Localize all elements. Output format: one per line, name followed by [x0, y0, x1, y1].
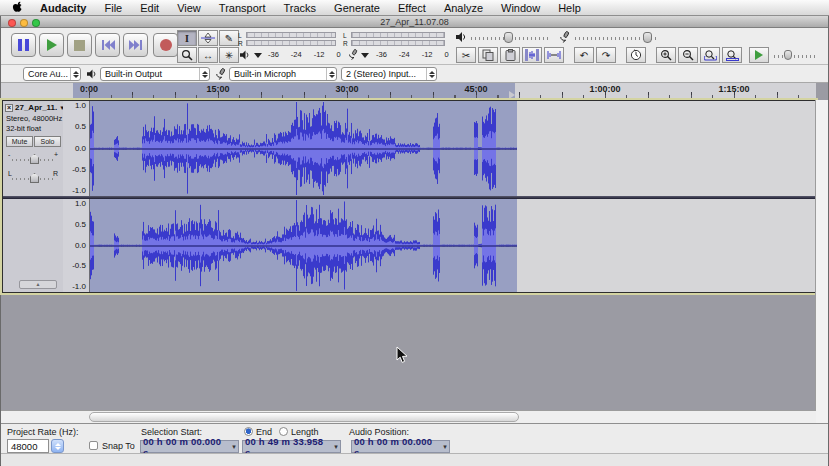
menu-generate[interactable]: Generate [325, 0, 389, 16]
pan-slider-thumb[interactable] [30, 173, 39, 183]
meter-right-label: R [238, 40, 243, 47]
play-at-speed-button[interactable] [749, 47, 769, 63]
ruler-minor-ticks [89, 95, 816, 99]
redo-button[interactable]: ↷ [596, 47, 616, 63]
selection-start-field[interactable]: 00 h 00 m 00.000 s ▾ [140, 440, 239, 453]
playback-speed-slider[interactable] [774, 55, 818, 58]
output-volume-slider-thumb[interactable] [504, 32, 513, 43]
ibeam-icon: I [185, 33, 189, 44]
timeshift-tool-button[interactable]: ↔ [198, 47, 218, 63]
horizontal-scrollbar-thumb[interactable] [89, 412, 519, 422]
menu-help[interactable]: Help [549, 0, 590, 16]
pan-left-label: L [8, 170, 12, 177]
waveform-canvas-left[interactable] [90, 101, 517, 196]
title-bar[interactable]: 27_Apr_11.07.08 [1, 16, 828, 28]
skip-to-start-button[interactable] [95, 33, 120, 57]
gain-slider-thumb[interactable] [30, 154, 39, 164]
skip-to-end-button[interactable] [123, 33, 148, 57]
pause-button[interactable] [11, 33, 36, 57]
cut-button[interactable]: ✂ [456, 47, 476, 63]
input-meter[interactable]: L R -36 -24 -12 0 [343, 31, 449, 61]
dropdown-icon[interactable]: ▾ [334, 443, 338, 451]
menu-window[interactable]: Window [492, 0, 549, 16]
amplitude-ruler-right-channel[interactable]: 1.0 0.5 0.0 -0.5 -1.0 [63, 199, 90, 292]
solo-button[interactable]: Solo [34, 136, 61, 147]
amp-tick: -1.0 [63, 283, 86, 291]
pencil-icon: ✎ [225, 33, 233, 44]
output-device-select[interactable]: Built-in Output [100, 67, 210, 81]
amp-tick: 1.0 [63, 102, 86, 110]
menu-file[interactable]: File [95, 0, 131, 16]
project-rate-input[interactable]: 48000 [7, 439, 49, 453]
waveform-right-channel[interactable] [90, 199, 815, 292]
multi-tool-button[interactable]: ✳ [219, 47, 239, 63]
trim-audio-button[interactable] [522, 47, 542, 63]
undo-button[interactable]: ↶ [574, 47, 594, 63]
menu-effect[interactable]: Effect [389, 0, 435, 16]
fit-selection-button[interactable] [700, 47, 720, 63]
zoom-tool-button[interactable] [177, 47, 197, 63]
record-button[interactable] [153, 33, 178, 57]
device-toolbar: Core Au... Built-in Output Built-in Micr… [1, 65, 828, 83]
scale-tick: -36 [376, 50, 387, 59]
audio-track[interactable]: × 27_Apr_11. ▼ Stereo, 48000Hz 32-bit fl… [2, 100, 816, 293]
amp-tick: 1.0 [63, 200, 86, 208]
track-workspace[interactable]: × 27_Apr_11. ▼ Stereo, 48000Hz 32-bit fl… [1, 100, 828, 423]
output-device-value: Built-in Output [105, 69, 162, 79]
menu-edit[interactable]: Edit [131, 0, 168, 16]
zoom-out-button[interactable] [678, 47, 698, 63]
track-collapse-button[interactable]: ▲ [19, 280, 57, 289]
paste-button[interactable] [500, 47, 520, 63]
project-rate-stepper[interactable] [51, 439, 64, 453]
selection-end-field[interactable]: 00 h 49 m 33.958 s ▾ [242, 440, 341, 453]
audio-host-select[interactable]: Core Au... [23, 67, 81, 81]
track-name[interactable]: 27_Apr_11. [15, 103, 57, 112]
scale-tick: -24 [291, 50, 302, 59]
menu-view[interactable]: View [168, 0, 210, 16]
pan-slider[interactable]: L R [7, 170, 59, 184]
playback-speed-slider-thumb[interactable] [784, 50, 792, 60]
output-meter[interactable]: L R -36 -24 -12 0 [238, 31, 340, 61]
input-volume-slider-thumb[interactable] [643, 32, 652, 43]
track-close-button[interactable]: × [5, 104, 13, 112]
skip-to-start-icon [101, 39, 115, 51]
input-device-select[interactable]: Built-in Microph [229, 67, 337, 81]
meter-left-label: L [238, 32, 242, 39]
copy-button[interactable] [478, 47, 498, 63]
selection-tool-button[interactable]: I [177, 30, 197, 46]
output-meter-dropdown-icon[interactable] [254, 53, 262, 58]
stop-button[interactable] [67, 33, 92, 57]
vertical-scrollbar[interactable] [815, 100, 828, 423]
apple-menu[interactable] [0, 1, 31, 14]
menu-audacity[interactable]: Audacity [31, 0, 95, 16]
microphone-icon [214, 68, 226, 80]
dropdown-icon[interactable]: ▾ [232, 443, 236, 451]
waveform-unselected-area[interactable] [517, 199, 815, 292]
envelope-tool-button[interactable] [198, 30, 218, 46]
solo-label: Solo [40, 138, 54, 145]
waveform-left-channel[interactable] [90, 101, 815, 196]
waveform-canvas-right[interactable] [90, 199, 517, 292]
input-channels-select[interactable]: 2 (Stereo) Input... [341, 67, 437, 81]
horizontal-scrollbar[interactable] [1, 410, 816, 423]
amplitude-ruler-left-channel[interactable]: 1.0 0.5 0.0 -0.5 -1.0 [63, 101, 90, 196]
audio-position-field[interactable]: 00 h 00 m 00.000 s ▾ [351, 440, 450, 453]
input-meter-right-bar [351, 40, 445, 46]
zoom-in-button[interactable] [656, 47, 676, 63]
sync-lock-button[interactable] [626, 47, 646, 63]
mute-button[interactable]: Mute [6, 136, 33, 147]
menu-analyze[interactable]: Analyze [435, 0, 492, 16]
dropdown-icon[interactable]: ▾ [443, 443, 447, 451]
draw-tool-button[interactable]: ✎ [219, 30, 239, 46]
silence-audio-button[interactable] [544, 47, 564, 63]
menu-transport[interactable]: Transport [210, 0, 275, 16]
timeline-ruler[interactable]: 0:00 15:00 30:00 45:00 1:00:00 1:15:00 [1, 83, 816, 100]
menu-tracks[interactable]: Tracks [275, 0, 326, 16]
snap-to-checkbox[interactable] [89, 441, 98, 450]
fit-project-button[interactable] [722, 47, 742, 63]
gain-slider[interactable]: - + [7, 151, 59, 165]
amp-tick: -1.0 [63, 187, 86, 195]
waveform-unselected-area[interactable] [517, 101, 815, 196]
play-button[interactable] [39, 33, 64, 57]
input-meter-dropdown-icon[interactable] [361, 53, 369, 58]
